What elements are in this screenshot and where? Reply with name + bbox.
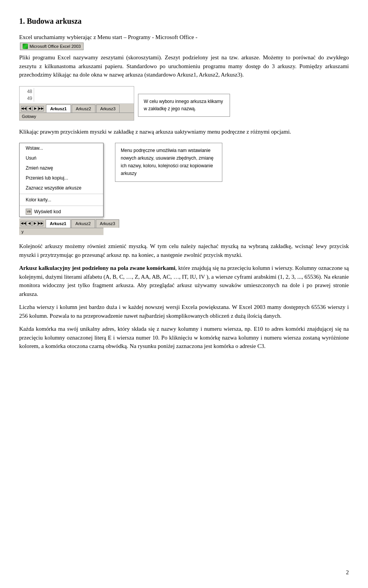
menu-callout-box: Menu podręczne umożliwia nam wstawianie … bbox=[115, 143, 222, 181]
excel-window: 48 49 ◀◀ ◀ ▶ ▶▶ Arkusz1 Arkusz2 Arkusz3 bbox=[19, 86, 134, 121]
menu-item-usun[interactable]: Usuń bbox=[20, 153, 103, 163]
tabs-with-arrow: 48 49 ◀◀ ◀ ▶ ▶▶ Arkusz1 Arkusz2 Arkusz3 bbox=[19, 86, 230, 121]
menu-item-wstaw[interactable]: Wstaw... bbox=[20, 143, 103, 153]
arrow-callout: W celu wyboru innego arkusza klikamy w z… bbox=[138, 90, 230, 117]
menu-item-zmien[interactable]: Zmień nazwę bbox=[20, 163, 103, 173]
paragraph-3: Klikając prawym przyciskiem myszki w zak… bbox=[19, 127, 349, 136]
excel-demo-section: 48 49 ◀◀ ◀ ▶ ▶▶ Arkusz1 Arkusz2 Arkusz3 bbox=[19, 86, 349, 121]
row-val-49 bbox=[34, 95, 36, 102]
sheet-tab-arkusz1[interactable]: Arkusz1 bbox=[46, 105, 71, 113]
sheet-tab-arkusz2[interactable]: Arkusz2 bbox=[72, 105, 95, 113]
ctx-nav-prev[interactable]: ◀ bbox=[26, 221, 32, 226]
paragraph-4: Kolejność arkuszy możemy również zmienić… bbox=[19, 242, 349, 259]
p5-bold: Arkusz kalkulacyjny jest podzielony na p… bbox=[19, 265, 175, 271]
menu-item-zaznacz[interactable]: Zaznacz wszystkie arkusze bbox=[20, 183, 103, 193]
ms-office-icon bbox=[23, 44, 28, 49]
paragraph-5: Arkusz kalkulacyjny jest podzielony na p… bbox=[19, 264, 349, 298]
ctx-sheet-tab-3[interactable]: Arkusz3 bbox=[96, 219, 120, 228]
excel-rows: 48 49 bbox=[20, 87, 134, 104]
context-menu: Wstaw... Usuń Zmień nazwę Przenieś lub k… bbox=[19, 143, 104, 217]
context-menu-with-tabs: Wstaw... Usuń Zmień nazwę Przenieś lub k… bbox=[19, 143, 104, 235]
bottom-tab-area: ◀◀ ◀ ▶ ▶▶ Arkusz1 Arkusz2 Arkusz3 y bbox=[19, 219, 104, 235]
tab-nav-next[interactable]: ▶ bbox=[33, 106, 38, 111]
context-menu-section: Wstaw... Usuń Zmień nazwę Przenieś lub k… bbox=[19, 143, 349, 235]
excel-row-48: 48 bbox=[23, 88, 131, 95]
p1-text: Excel uruchamiamy wybierając z Menu star… bbox=[19, 34, 197, 40]
menu-item-kolor[interactable]: Kolor karty... bbox=[20, 195, 103, 205]
excel-row-49: 49 bbox=[23, 95, 131, 102]
paragraph-6: Liczba wierszy i kolumn jest bardzo duża… bbox=[19, 303, 349, 320]
sheet-tab-arkusz3[interactable]: Arkusz3 bbox=[96, 105, 120, 113]
paragraph-2: Pliki programu Excel nazywamy zeszytami … bbox=[19, 53, 349, 79]
menu-item-wyswietl-label: Wyświetl kod bbox=[34, 208, 61, 215]
menu-separator-2 bbox=[20, 206, 103, 206]
sheet-tab-bar: ◀◀ ◀ ▶ ▶▶ Arkusz1 Arkusz2 Arkusz3 bbox=[20, 104, 134, 113]
ctx-nav-first[interactable]: ◀◀ bbox=[21, 221, 26, 226]
row-val-48 bbox=[34, 88, 36, 95]
tab-nav-last[interactable]: ▶▶ bbox=[38, 106, 44, 111]
context-tab-navigation[interactable]: ◀◀ ◀ ▶ ▶▶ bbox=[21, 221, 43, 226]
ctx-sheet-tab-1[interactable]: Arkusz1 bbox=[46, 219, 71, 228]
code-icon: VB bbox=[26, 209, 32, 215]
tab-nav-first[interactable]: ◀◀ bbox=[21, 106, 26, 111]
ctx-status-bar: y bbox=[19, 228, 104, 235]
callout-box-tabs: W celu wyboru innego arkusza klikamy w z… bbox=[138, 94, 230, 117]
row-num-48: 48 bbox=[23, 88, 34, 95]
badge-label: Microsoft Office Excel 2003 bbox=[30, 43, 81, 50]
menu-item-przenies[interactable]: Przenieś lub kopiuj... bbox=[20, 173, 103, 183]
page-title: 1. Budowa arkusza bbox=[19, 15, 349, 27]
ctx-sheet-tab-2[interactable]: Arkusz2 bbox=[71, 219, 95, 228]
tab-nav-prev[interactable]: ◀ bbox=[27, 106, 32, 111]
menu-separator-1 bbox=[20, 194, 103, 194]
paragraph-7: Każda komórka ma swój unikalny adres, kt… bbox=[19, 325, 349, 351]
tab-navigation[interactable]: ◀◀ ◀ ▶ ▶▶ bbox=[21, 106, 44, 111]
intro-paragraph: Excel uruchamiamy wybierając z Menu star… bbox=[19, 33, 349, 50]
ctx-nav-next[interactable]: ▶ bbox=[32, 221, 38, 226]
status-bar: Gotowy bbox=[20, 113, 134, 120]
ctx-nav-last[interactable]: ▶▶ bbox=[38, 221, 43, 226]
menu-item-wyswietl[interactable]: VB Wyświetl kod bbox=[20, 207, 103, 217]
ms-office-badge: Microsoft Office Excel 2003 bbox=[20, 42, 84, 51]
row-num-49: 49 bbox=[23, 95, 34, 102]
